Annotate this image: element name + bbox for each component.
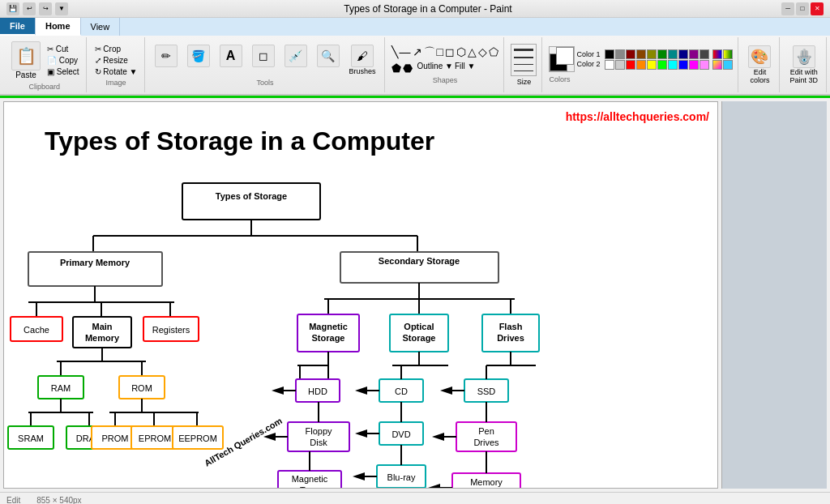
color-magenta[interactable] [689, 60, 699, 70]
resize-button[interactable]: ⤢ Resize [93, 55, 139, 66]
svg-text:Memory: Memory [470, 477, 503, 487]
title-bar: 💾 ↩ ↪ ▼ Types of Storage in a Computer -… [0, 0, 830, 18]
svg-text:Types of Storage: Types of Storage [216, 191, 287, 201]
shapes-label: Shapes [433, 76, 458, 84]
crop-button[interactable]: ✂ Crop [93, 44, 139, 54]
dimensions-text: 855 × 540px [36, 496, 81, 504]
tools-label: Tools [257, 79, 274, 87]
svg-text:Cache: Cache [24, 325, 49, 335]
color-pink[interactable] [700, 60, 709, 70]
select-button[interactable]: ▣ Select [45, 66, 81, 77]
colors-label: Colors [549, 75, 733, 83]
quick-access-redo[interactable]: ↪ [39, 2, 52, 15]
svg-text:Storage: Storage [403, 333, 436, 343]
color-darkgray[interactable] [700, 49, 709, 59]
color-navy[interactable] [678, 49, 688, 59]
svg-marker-113 [440, 387, 452, 395]
color-special2[interactable] [723, 49, 733, 59]
image-label: Image [106, 79, 126, 87]
svg-text:ROM: ROM [131, 383, 152, 393]
clipboard-label: Clipboard [29, 83, 61, 91]
color-blue[interactable] [678, 60, 688, 70]
color-lime[interactable] [657, 60, 667, 70]
color-special1[interactable] [712, 49, 722, 59]
svg-marker-98 [355, 429, 367, 438]
svg-marker-71 [272, 387, 284, 395]
svg-text:Flash: Flash [499, 322, 523, 331]
ribbon-tabs: File Home View [0, 18, 830, 36]
color-darkred[interactable] [626, 49, 635, 59]
color-brown[interactable] [636, 49, 646, 59]
color-white[interactable] [605, 60, 614, 70]
svg-text:Magnetic: Magnetic [292, 474, 328, 484]
color-cyan[interactable] [668, 60, 678, 70]
storage-diagram: Types of Storage Primary Memory Secondar… [4, 175, 555, 489]
color-yellow[interactable] [647, 60, 657, 70]
svg-text:SSD: SSD [477, 387, 496, 396]
maximize-button[interactable]: □ [796, 2, 809, 15]
color-green[interactable] [657, 49, 667, 59]
color-red[interactable] [626, 60, 635, 70]
svg-text:Magnetic: Magnetic [309, 322, 348, 331]
edit-colors-button[interactable]: 🎨 Editcolors [745, 44, 774, 86]
clipboard-group: 📋 Paste ✂ Cut 📄 Copy ▣ Select Clipboard [3, 37, 87, 92]
svg-text:Primary Memory: Primary Memory [60, 258, 130, 267]
svg-text:Drives: Drives [473, 438, 499, 447]
color-special4[interactable] [723, 60, 733, 70]
status-bar: Edit 855 × 540px [0, 492, 830, 504]
svg-text:Floppy: Floppy [305, 426, 332, 436]
svg-text:Secondary Storage: Secondary Storage [379, 256, 460, 266]
svg-rect-0 [182, 183, 320, 220]
paint3d-button[interactable]: 🪬 Edit withPaint 3D [786, 44, 821, 86]
quick-access-save[interactable]: 💾 [6, 2, 19, 15]
color-olive[interactable] [647, 49, 657, 59]
watermark-link: https://alltechqueries.com/ [566, 110, 709, 123]
dropdown-icon[interactable]: ▼ [55, 2, 68, 15]
diagram-title: Types of Storage in a Computer [45, 126, 434, 156]
svg-text:Pen: Pen [478, 426, 494, 436]
color-purple[interactable] [689, 49, 699, 59]
svg-text:Registers: Registers [152, 325, 190, 335]
svg-text:Disk: Disk [310, 438, 327, 447]
color-gray[interactable] [615, 49, 625, 59]
eraser-tool[interactable]: ◻ [249, 43, 278, 77]
status-text: Edit [6, 496, 20, 504]
cut-button[interactable]: ✂ Cut [45, 44, 81, 54]
size-group: Size [506, 37, 542, 92]
copy-button[interactable]: 📄 Copy [45, 55, 81, 66]
color-black[interactable] [605, 49, 614, 59]
color-special3[interactable] [712, 60, 722, 70]
svg-text:SRAM: SRAM [18, 434, 44, 443]
edit-colors-group: 🎨 Editcolors [740, 37, 780, 92]
color-teal[interactable] [668, 49, 678, 59]
color-lightgray[interactable] [615, 60, 625, 70]
paste-button[interactable]: 📋 Paste [8, 40, 44, 81]
svg-text:EEPROM: EEPROM [178, 434, 217, 443]
svg-marker-125 [428, 484, 440, 489]
main-canvas[interactable]: https://alltechqueries.com/ Types of Sto… [3, 101, 718, 489]
tab-view[interactable]: View [81, 18, 121, 36]
color-orange[interactable] [636, 60, 646, 70]
paint3d-group: 🪬 Edit withPaint 3D [781, 37, 827, 92]
svg-text:HDD: HDD [308, 387, 327, 396]
ribbon-content: 📋 Paste ✂ Cut 📄 Copy ▣ Select Clipboard … [0, 36, 830, 94]
close-button[interactable]: ✕ [811, 2, 824, 15]
tab-home[interactable]: Home [36, 18, 81, 36]
text-tool[interactable]: A [216, 43, 246, 77]
fill-tool[interactable]: 🪣 [184, 43, 213, 77]
svg-text:Blu-ray: Blu-ray [387, 472, 416, 482]
svg-marker-119 [432, 433, 444, 441]
tab-file[interactable]: File [0, 18, 36, 36]
svg-text:Optical: Optical [404, 322, 434, 331]
quick-access-undo[interactable]: ↩ [23, 2, 36, 15]
svg-text:CD: CD [395, 387, 408, 396]
svg-text:EPROM: EPROM [139, 434, 171, 443]
picker-tool[interactable]: 💉 [281, 43, 310, 77]
svg-text:RAM: RAM [51, 383, 71, 393]
pencil-tool[interactable]: ✏ [152, 43, 181, 77]
rotate-button[interactable]: ↻ Rotate ▼ [93, 66, 139, 77]
brushes-tool[interactable]: 🖌 Brushes [346, 43, 379, 77]
magnifier-tool[interactable]: 🔍 [314, 43, 343, 77]
ribbon: File Home View 📋 Paste ✂ Cut 📄 Copy ▣ Se… [0, 18, 830, 96]
minimize-button[interactable]: ─ [781, 2, 794, 15]
